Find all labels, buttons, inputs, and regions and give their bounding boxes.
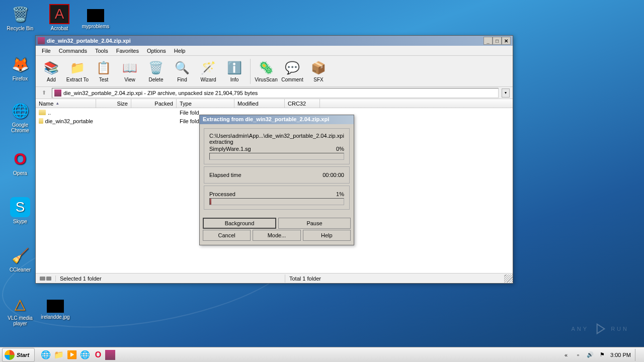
explorer-icon[interactable]: 📁 xyxy=(53,349,65,361)
delete-icon: 🗑️ xyxy=(148,60,164,76)
desktop-icon-recycle-bin[interactable]: 🗑️Recycle Bin xyxy=(5,4,35,31)
tool-info[interactable]: ℹ️Info xyxy=(222,57,247,85)
tray-app-icon[interactable]: ▫ xyxy=(574,351,582,359)
desktop-icon-acrobat[interactable]: AAcrobat xyxy=(44,4,74,31)
processed-label: Processed xyxy=(209,191,235,197)
column-name[interactable]: Name▲ xyxy=(36,99,96,108)
chrome-icon: 🌐 xyxy=(10,101,30,121)
tool-label: Wizard xyxy=(200,77,216,82)
desktop-icon-firefox[interactable]: 🦊Firefox xyxy=(5,54,35,81)
address-bar[interactable]: die_win32_portable_2.04.zip.xpi - ZIP ar… xyxy=(52,88,499,98)
tool-find[interactable]: 🔍Find xyxy=(170,57,195,85)
ie-icon[interactable]: 🌐 xyxy=(40,349,52,361)
tool-sfx[interactable]: 📦SFX xyxy=(306,57,331,85)
mediaplayer-icon[interactable]: ▶️ xyxy=(66,349,78,361)
desktop-icon-label: Recycle Bin xyxy=(7,26,34,31)
archive-icon xyxy=(54,89,61,97)
myproblems-icon xyxy=(87,9,104,22)
status-total: Total 1 folder xyxy=(285,275,505,283)
column-crc[interactable]: CRC32 xyxy=(285,99,320,108)
desktop-icon-vlc[interactable]: △VLC media player xyxy=(5,294,35,326)
extract-icon: 📁 xyxy=(69,60,86,76)
desktop-icon-ccleaner[interactable]: 🧹CCleaner xyxy=(5,245,35,273)
tool-test[interactable]: 📋Test xyxy=(91,57,116,85)
elapsed-value: 00:00:00 xyxy=(323,172,344,178)
chrome-taskbar-icon[interactable]: 🌐 xyxy=(79,349,91,361)
winrar-taskbar-icon[interactable] xyxy=(105,350,115,360)
menu-favorites[interactable]: Favorites xyxy=(112,47,143,55)
cancel-button[interactable]: Cancel xyxy=(203,230,251,241)
status-view-toggle[interactable] xyxy=(36,276,56,282)
add-icon: 📚 xyxy=(43,60,59,76)
toolbar-separator xyxy=(250,59,251,84)
tool-add[interactable]: 📚Add xyxy=(39,57,64,85)
column-modified[interactable]: Modified xyxy=(234,99,285,108)
maximize-button[interactable]: □ xyxy=(493,37,502,45)
desktop-icon-myproblems[interactable]: myproblems xyxy=(80,9,111,29)
comment-icon: 💬 xyxy=(284,60,300,76)
minimize-button[interactable]: _ xyxy=(484,37,493,45)
ccleaner-icon: 🧹 xyxy=(10,245,30,265)
file-name: die_win32_portable xyxy=(45,118,93,124)
tray-expand-icon[interactable]: « xyxy=(562,351,570,359)
file-progress xyxy=(209,153,344,160)
resize-grip[interactable] xyxy=(505,275,513,283)
opera-taskbar-icon[interactable]: O xyxy=(92,349,104,361)
tool-extract[interactable]: 📁Extract To xyxy=(65,57,90,85)
tool-view[interactable]: 📖View xyxy=(117,57,142,85)
column-size[interactable]: Size xyxy=(96,99,131,108)
desktop-icon-skype[interactable]: SSkype xyxy=(5,197,35,224)
desktop-icon-label: irelandde.jpg xyxy=(41,314,69,320)
desktop-icon-label: Firefox xyxy=(13,76,28,81)
dialog-action: extracting xyxy=(209,139,344,145)
volume-icon[interactable]: 🔊 xyxy=(586,351,594,359)
total-progress xyxy=(209,198,344,205)
tool-comment[interactable]: 💬Comment xyxy=(280,57,305,85)
menu-commands[interactable]: Commands xyxy=(55,47,91,55)
tool-label: Comment xyxy=(281,77,303,82)
show-desktop[interactable] xyxy=(635,349,640,361)
mode-button[interactable]: Mode... xyxy=(253,230,300,241)
background-button[interactable]: Background xyxy=(203,218,276,229)
column-headers: Name▲ Size Packed Type Modified CRC32 xyxy=(36,99,513,108)
dialog-title[interactable]: Extracting from die_win32_portable_2.04.… xyxy=(200,115,354,124)
desktop-icon-label: Opera xyxy=(13,170,27,176)
column-packed[interactable]: Packed xyxy=(131,99,177,108)
start-button[interactable]: Start xyxy=(2,348,35,362)
toolbar: 📚Add📁Extract To📋Test📖View🗑️Delete🔍Find🪄W… xyxy=(36,56,513,87)
desktop-icon-label: Acrobat xyxy=(51,26,68,31)
flag-icon[interactable]: ⚑ xyxy=(598,351,606,359)
menu-file[interactable]: File xyxy=(38,47,55,55)
up-button[interactable]: ⬆ xyxy=(39,88,49,98)
menu-help[interactable]: Help xyxy=(170,47,190,55)
menu-options[interactable]: Options xyxy=(143,47,170,55)
irelandde-icon xyxy=(47,300,64,313)
processed-value: 1% xyxy=(336,191,344,197)
folder-icon xyxy=(39,118,43,124)
titlebar[interactable]: die_win32_portable_2.04.zip.xpi _ □ ✕ xyxy=(36,36,513,46)
clock[interactable]: 3:00 PM xyxy=(610,352,631,358)
pause-button[interactable]: Pause xyxy=(278,218,351,229)
opera-icon: O xyxy=(10,149,30,169)
dialog-path: C:\Users\admin\App...\die_win32_portable… xyxy=(209,133,344,139)
statusbar: Selected 1 folder Total 1 folder xyxy=(36,273,513,283)
desktop-icon-irelandde[interactable]: irelandde.jpg xyxy=(40,300,70,320)
dialog-progress-panel: Processed 1% xyxy=(204,186,350,210)
close-button[interactable]: ✕ xyxy=(502,37,511,45)
dialog-time-panel: Elapsed time 00:00:00 xyxy=(204,166,350,184)
window-title: die_win32_portable_2.04.zip.xpi xyxy=(47,38,131,44)
tool-wizard[interactable]: 🪄Wizard xyxy=(196,57,221,85)
tool-label: View xyxy=(124,77,135,82)
address-dropdown[interactable]: ▾ xyxy=(502,88,510,98)
column-type[interactable]: Type xyxy=(177,99,234,108)
desktop-icon-chrome[interactable]: 🌐Google Chrome xyxy=(5,101,35,133)
menu-tools[interactable]: Tools xyxy=(91,47,112,55)
dialog-file-pct: 0% xyxy=(336,146,344,152)
info-icon: ℹ️ xyxy=(226,60,243,76)
tool-virusscan[interactable]: 🦠VirusScan xyxy=(254,57,279,85)
folder-icon xyxy=(39,110,46,115)
desktop-icon-opera[interactable]: OOpera xyxy=(5,149,35,176)
help-button[interactable]: Help xyxy=(303,230,351,241)
test-icon: 📋 xyxy=(96,60,112,76)
tool-delete[interactable]: 🗑️Delete xyxy=(143,57,169,85)
